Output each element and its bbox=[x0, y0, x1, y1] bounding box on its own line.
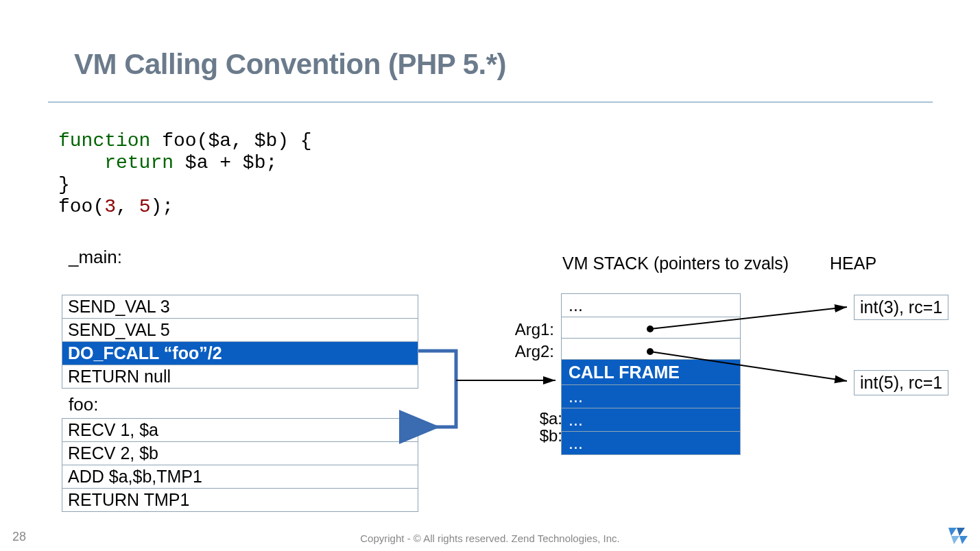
opcode-cell: RECV 1, $a bbox=[62, 419, 418, 442]
stack-cell bbox=[562, 317, 741, 339]
main-opcode-table: SEND_VAL 3SEND_VAL 5DO_FCALL “foo”/2RETU… bbox=[62, 295, 418, 389]
svg-marker-5 bbox=[948, 528, 957, 536]
heap-entry-1: int(3), rc=1 bbox=[854, 295, 948, 320]
opcode-cell: ADD $a,$b,TMP1 bbox=[62, 465, 418, 489]
slide-title: VM Calling Convention (PHP 5.*) bbox=[74, 48, 506, 81]
slide: VM Calling Convention (PHP 5.*) function… bbox=[0, 0, 980, 551]
vm-stack-title: VM STACK (pointers to zvals) bbox=[562, 254, 789, 273]
heap-title: HEAP bbox=[830, 254, 876, 273]
opcode-cell: RECV 2, $b bbox=[62, 442, 418, 465]
copyright-text: Copyright - © All rights reserved. Zend … bbox=[0, 532, 980, 544]
zend-logo-icon bbox=[948, 528, 968, 544]
opcode-cell: SEND_VAL 3 bbox=[62, 295, 418, 319]
var-a-label: $a: bbox=[521, 409, 562, 428]
code-block: function foo($a, $b) { return $a + $b; }… bbox=[58, 130, 312, 218]
title-divider bbox=[48, 101, 933, 103]
svg-marker-6 bbox=[957, 528, 965, 536]
code-keyword: return bbox=[58, 152, 174, 173]
code-text: foo($a, $b) { bbox=[150, 130, 311, 151]
stack-cell: ... bbox=[562, 408, 741, 432]
code-number: 3 bbox=[104, 196, 116, 217]
code-text: , bbox=[116, 196, 139, 217]
code-text: foo( bbox=[58, 196, 104, 217]
opcode-cell: RETURN null bbox=[62, 365, 418, 389]
vm-stack-table: ... CALL FRAME......... bbox=[561, 293, 741, 455]
foo-opcode-table: RECV 1, $aRECV 2, $bADD $a,$b,TMP1RETURN… bbox=[62, 418, 418, 512]
arg2-label: Arg2: bbox=[513, 342, 554, 361]
stack-cell: ... bbox=[562, 432, 741, 455]
opcode-cell: DO_FCALL “foo”/2 bbox=[62, 342, 418, 365]
svg-marker-7 bbox=[951, 536, 959, 544]
var-b-label: $b: bbox=[521, 426, 562, 445]
main-label: _main: bbox=[69, 247, 122, 268]
stack-cell bbox=[562, 339, 741, 360]
stack-cell: CALL FRAME bbox=[562, 360, 741, 385]
code-number: 5 bbox=[139, 196, 151, 217]
stack-cell: ... bbox=[562, 385, 741, 408]
arg1-label: Arg1: bbox=[513, 320, 554, 339]
svg-marker-8 bbox=[959, 536, 968, 544]
code-text: ); bbox=[150, 196, 174, 217]
opcode-cell: SEND_VAL 5 bbox=[62, 319, 418, 342]
code-text: } bbox=[58, 174, 70, 195]
opcode-cell: RETURN TMP1 bbox=[62, 489, 418, 512]
code-text: $a + $b; bbox=[174, 152, 277, 173]
stack-cell: ... bbox=[562, 294, 741, 317]
code-keyword: function bbox=[58, 130, 150, 151]
foo-label: foo: bbox=[69, 394, 98, 415]
heap-entry-2: int(5), rc=1 bbox=[854, 370, 948, 395]
